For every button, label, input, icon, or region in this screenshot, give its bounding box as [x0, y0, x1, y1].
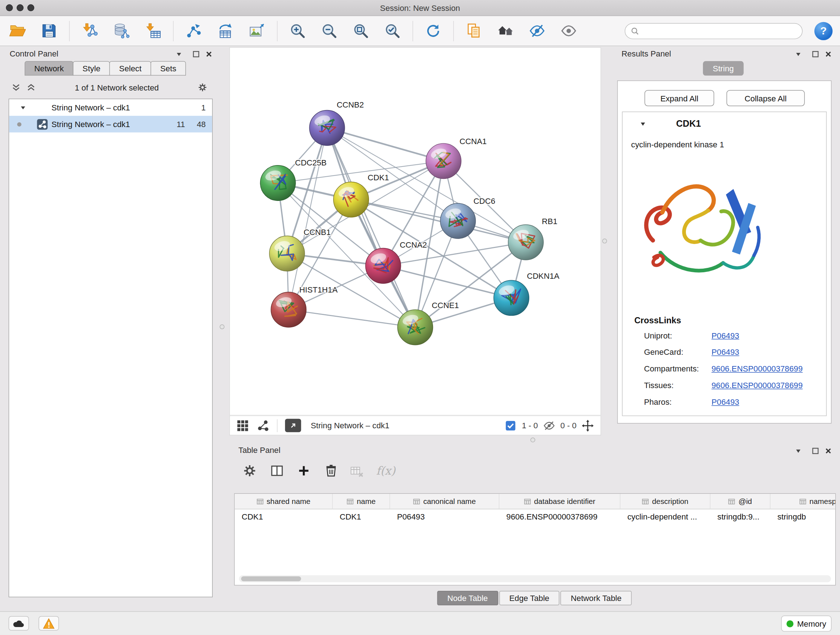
- column-header-id[interactable]: @id: [711, 494, 771, 509]
- protein-collapse-icon[interactable]: [638, 119, 647, 128]
- cell-name[interactable]: CDK1: [333, 509, 390, 524]
- tab-select[interactable]: Select: [110, 61, 151, 76]
- network-node-cdc6[interactable]: [440, 203, 475, 239]
- network-node-ccna2[interactable]: [365, 249, 401, 283]
- network-edge[interactable]: [327, 128, 415, 327]
- table-close-icon[interactable]: [824, 447, 833, 455]
- results-collapse-icon[interactable]: [794, 50, 803, 59]
- network-node-ccnb1[interactable]: [270, 236, 305, 271]
- control-close-icon[interactable]: [205, 50, 213, 59]
- tab-node-table[interactable]: Node Table: [437, 591, 498, 605]
- tab-style[interactable]: Style: [73, 61, 110, 76]
- cell-canonical-name[interactable]: P06493: [390, 509, 499, 524]
- network-node-cdk1[interactable]: [333, 182, 369, 217]
- cell-shared-name[interactable]: CDK1: [235, 509, 333, 524]
- table-row[interactable]: CDK1 CDK1 P06493 9606.ENSP00000378699 cy…: [235, 509, 835, 524]
- show-hidden-button[interactable]: [559, 21, 578, 40]
- network-node-rb1[interactable]: [508, 225, 543, 260]
- hide-selected-button[interactable]: [527, 21, 546, 40]
- network-canvas[interactable]: CCNB2CCNA1CDC25BCDK1CDC6RB1CCNB1CCNA2CDK…: [229, 47, 601, 415]
- tab-sets[interactable]: Sets: [150, 61, 186, 76]
- cloud-button[interactable]: [9, 616, 29, 631]
- tab-string[interactable]: String: [703, 61, 744, 76]
- collection-expand-icon[interactable]: [20, 104, 27, 111]
- network-row[interactable]: String Network – cdk1 11 48: [9, 116, 212, 133]
- compartments-link[interactable]: 9606.ENSP00000378699: [712, 364, 803, 373]
- scrollbar-thumb[interactable]: [241, 576, 301, 581]
- expand-all-tree-icon[interactable]: [26, 82, 36, 93]
- fit-content-icon[interactable]: [581, 419, 594, 432]
- hidden-eye-icon[interactable]: [543, 419, 556, 432]
- delete-column-button[interactable]: [324, 463, 339, 478]
- export-image-button[interactable]: [247, 21, 266, 40]
- table-collapse-icon[interactable]: [794, 447, 803, 455]
- detach-view-button[interactable]: [285, 419, 301, 432]
- selected-checkbox-icon[interactable]: [504, 419, 517, 432]
- tab-network[interactable]: Network: [25, 61, 73, 76]
- network-node-ccna1[interactable]: [426, 143, 461, 179]
- help-button[interactable]: ?: [814, 22, 832, 40]
- memory-button[interactable]: Memory: [781, 616, 831, 631]
- save-session-button[interactable]: [39, 21, 58, 40]
- splitter-handle-bottom[interactable]: [531, 437, 535, 442]
- table-float-icon[interactable]: [811, 447, 820, 455]
- network-node-hist1h1a[interactable]: [271, 292, 306, 327]
- collapse-all-button[interactable]: Collapse All: [726, 90, 805, 106]
- search-input[interactable]: [643, 27, 797, 35]
- import-network-file-button[interactable]: [80, 21, 99, 40]
- import-table-button[interactable]: [143, 21, 162, 40]
- network-edge[interactable]: [289, 128, 327, 310]
- gear-icon[interactable]: [197, 82, 208, 93]
- splitter-handle-left[interactable]: [219, 325, 224, 329]
- import-network-database-button[interactable]: [111, 21, 131, 40]
- cell-database-identifier[interactable]: 9606.ENSP00000378699: [499, 509, 621, 524]
- network-node-cdc25b[interactable]: [261, 165, 295, 201]
- results-close-icon[interactable]: [824, 50, 833, 59]
- birdseye-grid-icon[interactable]: [236, 419, 249, 432]
- pharos-link[interactable]: P06493: [712, 397, 739, 406]
- warnings-button[interactable]: [39, 616, 59, 631]
- network-graph[interactable]: CCNB2CCNA1CDC25BCDK1CDC6RB1CCNB1CCNA2CDK…: [230, 48, 600, 415]
- network-node-cdkn1a[interactable]: [494, 280, 529, 315]
- network-edge[interactable]: [351, 200, 526, 242]
- column-header-shared-name[interactable]: shared name: [235, 494, 333, 509]
- cell-namespace[interactable]: stringdb: [771, 509, 836, 524]
- control-float-icon[interactable]: [192, 50, 201, 59]
- add-column-button[interactable]: [296, 463, 311, 478]
- network-edge[interactable]: [289, 310, 415, 327]
- zoom-selected-button[interactable]: [382, 21, 401, 40]
- zoom-fit-button[interactable]: [351, 21, 370, 40]
- collapse-all-tree-icon[interactable]: [11, 82, 22, 93]
- tab-network-table[interactable]: Network Table: [561, 591, 632, 605]
- column-header-namespace[interactable]: namespace: [771, 494, 836, 509]
- network-node-ccnb2[interactable]: [309, 111, 344, 146]
- expand-all-button[interactable]: Expand All: [645, 90, 714, 106]
- cell-description[interactable]: cyclin-dependent ...: [621, 509, 711, 524]
- toolbar-search[interactable]: [625, 23, 803, 39]
- genecard-link[interactable]: P06493: [712, 348, 739, 356]
- uniprot-link[interactable]: P06493: [712, 331, 739, 340]
- network-overview-icon[interactable]: [256, 419, 270, 432]
- column-header-database-identifier[interactable]: database identifier: [499, 494, 621, 509]
- column-header-description[interactable]: description: [621, 494, 711, 509]
- refresh-button[interactable]: [423, 21, 442, 40]
- column-header-name[interactable]: name: [333, 494, 390, 509]
- tissues-link[interactable]: 9606.ENSP00000378699: [712, 381, 803, 390]
- zoom-out-button[interactable]: [319, 21, 339, 40]
- network-from-table-button[interactable]: [215, 21, 234, 40]
- new-network-button[interactable]: [184, 21, 203, 40]
- zoom-in-button[interactable]: [287, 21, 307, 40]
- show-columns-button[interactable]: [270, 463, 284, 478]
- control-collapse-icon[interactable]: [175, 50, 183, 59]
- table-settings-button[interactable]: [242, 463, 257, 478]
- horizontal-scrollbar[interactable]: [239, 575, 831, 582]
- open-session-button[interactable]: [8, 21, 27, 40]
- cell-id[interactable]: stringdb:9...: [711, 509, 771, 524]
- results-float-icon[interactable]: [811, 50, 820, 59]
- network-collection-row[interactable]: String Network – cdk1 1: [9, 99, 212, 116]
- document-copy-button[interactable]: [464, 21, 483, 40]
- column-header-canonical-name[interactable]: canonical name: [390, 494, 499, 509]
- network-edge[interactable]: [327, 128, 444, 161]
- splitter-handle-right[interactable]: [602, 239, 607, 243]
- network-node-ccne1[interactable]: [398, 310, 433, 345]
